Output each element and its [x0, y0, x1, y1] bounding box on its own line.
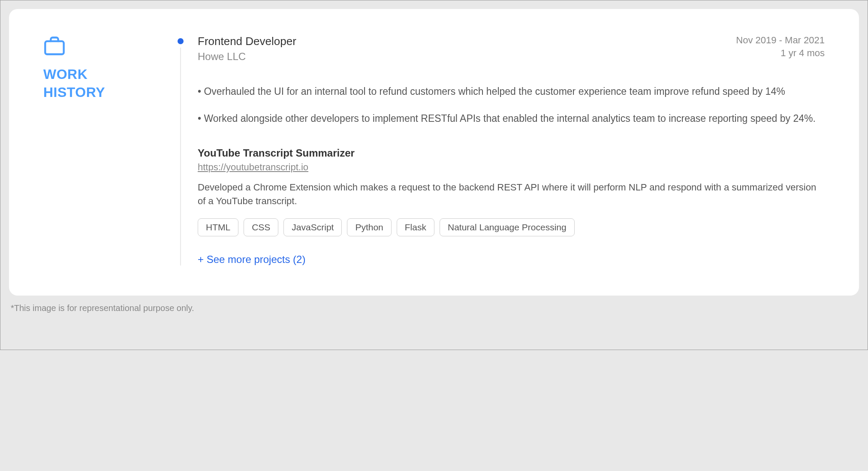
tag: Natural Language Processing — [440, 218, 575, 236]
see-more-projects-button[interactable]: + See more projects (2) — [198, 254, 825, 266]
section-title: WORK HISTORY — [43, 66, 172, 101]
job-title-block: Frontend Developer Howe LLC — [198, 35, 296, 63]
tag: JavaScript — [283, 218, 342, 236]
bullet-item: • Worked alongside other developers to i… — [198, 111, 825, 126]
section-title-line1: WORK — [43, 66, 172, 84]
duration: 1 yr 4 mos — [736, 48, 825, 59]
section-title-line2: HISTORY — [43, 84, 172, 102]
tag: CSS — [244, 218, 278, 236]
work-history-card: WORK HISTORY Frontend Developer Howe LLC… — [9, 9, 859, 296]
job-content: Frontend Developer Howe LLC Nov 2019 - M… — [189, 35, 825, 266]
tag: HTML — [198, 218, 238, 236]
tag: Flask — [397, 218, 434, 236]
project-link[interactable]: https://youtubetranscript.io — [198, 162, 308, 173]
job-title: Frontend Developer — [198, 35, 296, 48]
project-block: YouTube Transcript Summarizer https://yo… — [198, 147, 825, 236]
timeline-dot — [178, 38, 184, 44]
project-description: Developed a Chrome Extension which makes… — [198, 181, 825, 208]
company-name: Howe LLC — [198, 51, 296, 63]
job-dates: Nov 2019 - Mar 2021 1 yr 4 mos — [736, 35, 825, 59]
job-bullets: • Overhauled the UI for an internal tool… — [198, 84, 825, 126]
job-header: Frontend Developer Howe LLC Nov 2019 - M… — [198, 35, 825, 63]
bullet-item: • Overhauled the UI for an internal tool… — [198, 84, 825, 99]
project-tags: HTML CSS JavaScript Python Flask Natural… — [198, 218, 825, 236]
tag: Python — [347, 218, 391, 236]
date-range: Nov 2019 - Mar 2021 — [736, 35, 825, 46]
timeline — [172, 35, 189, 266]
disclaimer-text: *This image is for representational purp… — [11, 303, 859, 313]
svg-rect-0 — [45, 41, 63, 54]
sidebar: WORK HISTORY — [43, 35, 172, 266]
briefcase-icon — [43, 35, 172, 59]
project-title: YouTube Transcript Summarizer — [198, 147, 825, 159]
timeline-line — [180, 48, 181, 266]
